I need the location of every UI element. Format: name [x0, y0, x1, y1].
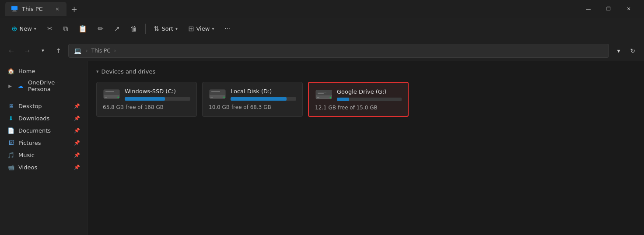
sidebar-label-downloads: Downloads [18, 115, 70, 122]
drive-card-top-g: Google Drive (G:) [315, 88, 402, 101]
new-label: New [19, 25, 32, 32]
copy-button[interactable]: ⧉ [59, 22, 72, 35]
delete-button[interactable]: 🗑 [126, 22, 142, 35]
tab-title: This PC [22, 6, 50, 12]
svg-rect-0 [11, 6, 18, 10]
rename-icon: ✏ [98, 25, 103, 33]
recent-locations-button[interactable]: ▾ [37, 45, 49, 57]
svg-rect-1 [13, 11, 16, 11]
tab-this-pc[interactable]: This PC × [5, 2, 66, 16]
drive-free-g: 12.1 GB free of 15.0 GB [315, 105, 402, 111]
svg-rect-4 [104, 90, 119, 95]
drives-grid: Windows-SSD (C:) 65.8 GB free of 168 GB [96, 82, 635, 117]
drive-bar-bg-d [231, 97, 296, 101]
svg-rect-17 [317, 97, 319, 98]
new-chevron-icon: ▾ [34, 26, 36, 31]
content-area: ▾ Devices and drives [88, 61, 644, 235]
drive-card-d[interactable]: Local Disk (D:) 10.0 GB free of 68.3 GB [202, 82, 303, 117]
sort-label: Sort [161, 25, 173, 32]
svg-point-6 [118, 97, 119, 98]
sidebar-label-pictures: Pictures [18, 140, 70, 146]
drive-bar-fill-c [125, 97, 165, 101]
drive-name-c: Windows-SSD (C:) [125, 88, 190, 95]
sidebar-item-downloads[interactable]: ⬇ Downloads 📌 [2, 112, 85, 124]
new-icon: ⊕ [11, 25, 17, 33]
close-button[interactable]: ✕ [619, 0, 639, 18]
more-button[interactable]: ··· [220, 23, 234, 35]
share-button[interactable]: ↗ [110, 22, 124, 35]
drive-bar-fill-d [231, 97, 287, 101]
share-icon: ↗ [114, 25, 120, 33]
new-button[interactable]: ⊕ New ▾ [7, 22, 41, 35]
drive-card-top-d: Local Disk (D:) [209, 88, 296, 101]
pictures-icon: 🖼 [7, 139, 15, 147]
sidebar-label-documents: Documents [18, 127, 70, 134]
drive-icon-g [315, 88, 332, 101]
window-controls: — ❐ ✕ [578, 0, 639, 18]
refresh-button[interactable]: ↻ [626, 45, 639, 57]
sidebar-item-home[interactable]: 🏠 Home [2, 65, 85, 77]
svg-rect-8 [105, 93, 112, 93]
drive-free-c: 65.8 GB free of 168 GB [103, 104, 190, 110]
view-chevron-icon: ▾ [212, 26, 214, 31]
sidebar-label-home: Home [18, 68, 80, 74]
music-pin-icon: 📌 [74, 152, 80, 158]
drive-card-c[interactable]: Windows-SSD (C:) 65.8 GB free of 168 GB [96, 82, 197, 117]
toolbar-separator [145, 24, 146, 34]
maximize-button[interactable]: ❐ [598, 0, 619, 18]
drive-free-d: 10.0 GB free of 68.3 GB [209, 104, 296, 110]
drive-bar-bg-g [337, 98, 402, 101]
sort-icon: ⇅ [154, 25, 159, 33]
address-dropdown-button[interactable]: ▾ [612, 45, 625, 57]
address-computer-icon: 💻 [74, 47, 81, 54]
desktop-pin-icon: 📌 [74, 103, 80, 109]
paste-button[interactable]: 📋 [74, 22, 91, 35]
sidebar-item-music[interactable]: 🎵 Music 📌 [2, 149, 85, 161]
address-input[interactable]: 💻 › This PC › [68, 44, 609, 58]
back-button[interactable]: ← [5, 45, 18, 57]
address-separator2: › [114, 48, 116, 54]
cut-button[interactable]: ✂ [42, 22, 57, 35]
section-label: Devices and drives [102, 68, 156, 75]
delete-icon: 🗑 [130, 25, 137, 33]
drive-info-c: Windows-SSD (C:) [125, 88, 190, 101]
sort-chevron-icon: ▾ [175, 26, 178, 31]
copy-icon: ⧉ [63, 25, 68, 33]
svg-rect-5 [105, 97, 107, 98]
new-tab-button[interactable]: + [69, 3, 79, 15]
svg-rect-14 [211, 93, 217, 93]
address-bar: ← → ▾ ↑ 💻 › This PC › ▾ ↻ [0, 40, 644, 61]
sidebar-item-videos[interactable]: 📹 Videos 📌 [2, 161, 85, 173]
svg-point-18 [330, 97, 331, 98]
tab-close-button[interactable]: × [53, 5, 61, 13]
sidebar-item-onedrive[interactable]: ▶ ☁ OneDrive - Persona [2, 77, 85, 95]
svg-rect-16 [316, 90, 332, 95]
sidebar-item-desktop[interactable]: 🖥 Desktop 📌 [2, 100, 85, 112]
sidebar-label-desktop: Desktop [18, 103, 70, 109]
documents-pin-icon: 📌 [74, 128, 80, 133]
up-button[interactable]: ↑ [52, 45, 65, 57]
view-button[interactable]: ⊞ View ▾ [184, 22, 218, 35]
svg-rect-2 [12, 11, 17, 12]
sort-button[interactable]: ⇅ Sort ▾ [149, 22, 182, 35]
sidebar-item-documents[interactable]: 📄 Documents 📌 [2, 124, 85, 137]
title-bar: This PC × + — ❐ ✕ [0, 0, 644, 18]
sidebar-item-pictures[interactable]: 🖼 Pictures 📌 [2, 137, 85, 149]
rename-button[interactable]: ✏ [93, 22, 108, 35]
drive-bar-fill-g [337, 98, 349, 101]
svg-rect-20 [318, 93, 324, 94]
forward-button[interactable]: → [21, 45, 33, 57]
section-header: ▾ Devices and drives [96, 68, 635, 75]
sidebar-label-music: Music [18, 152, 70, 158]
sidebar-label-videos: Videos [18, 164, 70, 171]
sidebar-label-onedrive: OneDrive - Persona [28, 79, 80, 92]
music-icon: 🎵 [7, 151, 15, 159]
drive-icon-d [209, 88, 226, 101]
downloads-pin-icon: 📌 [74, 116, 80, 121]
svg-rect-13 [211, 91, 220, 92]
section-toggle-icon[interactable]: ▾ [96, 69, 99, 74]
drive-info-d: Local Disk (D:) [231, 88, 296, 101]
minimize-button[interactable]: — [578, 0, 598, 18]
cut-icon: ✂ [47, 25, 52, 33]
drive-card-g[interactable]: Google Drive (G:) 12.1 GB free of 15.0 G… [308, 82, 409, 117]
